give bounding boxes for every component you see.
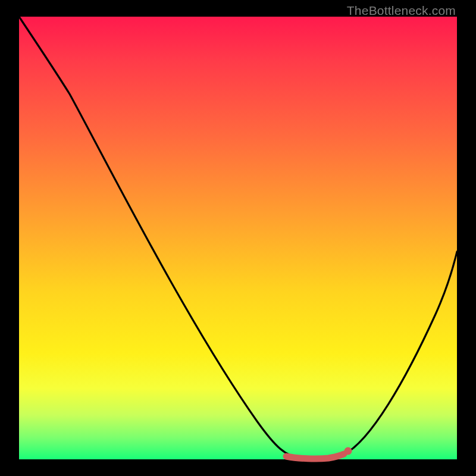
chart-plot-area (19, 17, 457, 459)
highlight-dot-icon (345, 447, 352, 455)
chart-frame: TheBottleneck.com (0, 0, 476, 476)
highlight-segment (286, 454, 344, 459)
chart-svg (19, 17, 457, 459)
watermark-text: TheBottleneck.com (347, 4, 456, 18)
bottleneck-curve (19, 17, 457, 459)
